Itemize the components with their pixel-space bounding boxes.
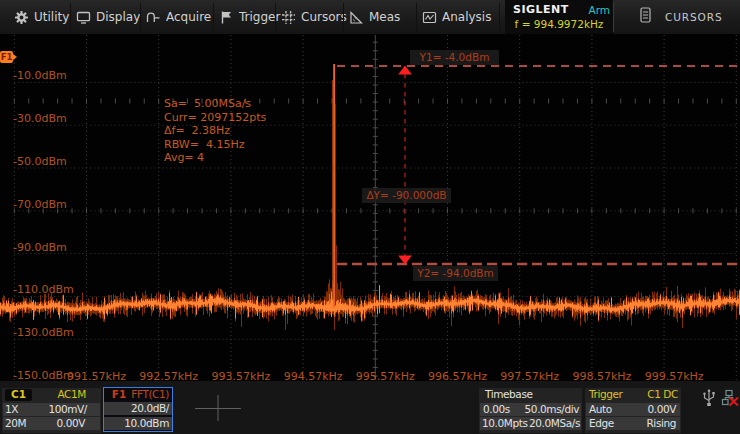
- cursor-y2-readout[interactable]: Y2= -94.0dBm: [413, 266, 498, 281]
- menu-separator: [499, 3, 500, 31]
- flag-icon: [219, 10, 234, 25]
- usb-icon: [703, 390, 714, 407]
- menu-item-label: Cursors: [301, 10, 347, 24]
- channel1-offset: 0.00V: [56, 417, 85, 430]
- menu-item-cursors[interactable]: Cursors: [281, 0, 347, 34]
- menu-item-label: Display: [96, 10, 140, 24]
- active-panel-header[interactable]: CURSORS: [614, 0, 740, 34]
- y-axis-label: -110.0dBm: [13, 284, 74, 295]
- f1-reference-level: 10.0dBm: [124, 417, 169, 430]
- y-axis-label: -10.0dBm: [13, 70, 67, 81]
- timebase-sample-rate: 20.0MSa/s: [529, 417, 580, 430]
- f1-descriptor-box-selected[interactable]: F1 FFT(C1) 20.0dB/ 10.0dBm: [103, 387, 173, 432]
- menu-item-label: Analysis: [442, 10, 491, 24]
- menu-item-utility[interactable]: Utility: [14, 0, 69, 34]
- timebase-box[interactable]: Timebase 0.00s 50.0ms/div 10.0Mpts 20.0M…: [479, 388, 582, 433]
- acquisition-status: Arm: [588, 4, 610, 16]
- timebase-title: Timebase: [485, 388, 533, 401]
- acquire-icon: [146, 10, 161, 25]
- measure-icon: [349, 10, 364, 25]
- y-axis-label: -130.0dBm: [13, 327, 74, 338]
- menu-item-label: Meas: [369, 10, 400, 24]
- menu-separator: [343, 3, 344, 31]
- channel1-row: 1X 100mV/: [3, 403, 100, 416]
- fft-info-line: RBW= 4.15Hz: [164, 138, 266, 152]
- cursor-delta-readout: ΔY= -90.000dB: [362, 188, 451, 203]
- menu-bar: Utility Display Acquire: [0, 0, 740, 35]
- channel1-header: C1 AC1M: [2, 388, 101, 401]
- y-axis-label: -30.0dBm: [13, 113, 67, 124]
- f1-scale: 20.0dB/: [131, 402, 169, 415]
- menu-item-label: Acquire: [166, 10, 211, 24]
- f1-header: F1 FFT(C1): [104, 388, 172, 401]
- y-axis-label: -50.0dBm: [13, 156, 67, 167]
- display-icon: [76, 10, 91, 25]
- fft-info-line: Avg= 4: [164, 151, 266, 165]
- channel1-bandwidth: 20M: [5, 417, 26, 430]
- frequency-counter: f = 994.9972kHz: [505, 18, 613, 30]
- timebase-row: 10.0Mpts 20.0MSa/s: [480, 417, 581, 430]
- cursor-graphics: [337, 66, 740, 265]
- menu-item-label: Utility: [34, 10, 69, 24]
- menu-separator: [140, 3, 141, 31]
- cursor-y1-readout[interactable]: Y1= -4.0dBm: [410, 50, 499, 65]
- status-icons: [702, 389, 740, 407]
- fft-info-line: Curr= 2097152pts: [164, 111, 266, 125]
- trigger-type: Edge: [589, 417, 614, 430]
- f1-row: 20.0dB/: [104, 402, 172, 415]
- timebase-row: 0.00s 50.0ms/div: [480, 403, 581, 416]
- menu-item-display[interactable]: Display: [76, 0, 140, 34]
- active-panel-title: CURSORS: [665, 11, 723, 23]
- channel1-probe: 1X: [5, 403, 18, 416]
- timebase-memory-depth: 10.0Mpts: [482, 417, 528, 430]
- channel1-row: 20M 0.00V: [3, 417, 100, 430]
- menu-item-meas[interactable]: Meas: [349, 0, 400, 34]
- lan-error-icon: [723, 391, 739, 406]
- panel-handle-icon: [640, 7, 651, 27]
- timebase-header: Timebase: [479, 388, 582, 401]
- trigger-slope: Rising: [646, 417, 676, 430]
- oscilloscope-screen: Utility Display Acquire: [0, 0, 740, 434]
- cursors-icon: [281, 10, 296, 25]
- y-axis-label: -70.0dBm: [13, 199, 67, 210]
- trigger-mode: Auto: [589, 403, 612, 416]
- brand-logo: SIGLENT: [513, 3, 569, 16]
- channel1-vdiv: 100mV/: [48, 403, 87, 416]
- spectrum-chart: [0, 34, 740, 381]
- y-axis-label: -90.0dBm: [13, 242, 67, 253]
- logo-block: SIGLENT Arm f = 994.9972kHz: [505, 0, 613, 34]
- f1-row: 10.0dBm: [104, 417, 172, 430]
- channel1-coupling: AC1M: [58, 388, 86, 401]
- analysis-icon: [422, 10, 437, 25]
- menu-separator: [70, 3, 71, 31]
- fft-info-line: Sa= 5.00MSa/s: [164, 97, 266, 111]
- channel1-name-badge: C1: [5, 389, 32, 401]
- trigger-header: Trigger C1 DC: [585, 388, 681, 401]
- trigger-source: C1 DC: [647, 388, 678, 401]
- channel1-descriptor-box[interactable]: C1 AC1M 1X 100mV/ 20M 0.00V: [2, 388, 101, 433]
- f1-name-badge: F1: [107, 389, 131, 401]
- timebase-delay: 0.00s: [483, 403, 510, 416]
- fft-info-line: Δf= 2.38Hz: [164, 124, 266, 138]
- fft-info-readout: Sa= 5.00MSa/sCurr= 2097152ptsΔf= 2.38HzR…: [164, 97, 266, 165]
- timebase-scale: 50.0ms/div: [525, 403, 579, 416]
- f1-source: FFT(C1): [131, 388, 169, 401]
- f1-trace-position-badge[interactable]: F1: [0, 51, 13, 63]
- trigger-box[interactable]: Trigger C1 DC Auto 0.00V Edge Rising: [585, 388, 681, 433]
- trigger-title: Trigger: [589, 388, 622, 401]
- menu-item-acquire[interactable]: Acquire: [146, 0, 211, 34]
- trigger-row: Edge Rising: [586, 417, 680, 430]
- menu-item-trigger[interactable]: Trigger: [219, 0, 280, 34]
- menu-separator: [275, 3, 276, 31]
- status-bar: C1 AC1M 1X 100mV/ 20M 0.00V F1 FFT(C1) 2…: [0, 381, 740, 434]
- trigger-row: Auto 0.00V: [586, 403, 680, 416]
- trigger-level: 0.00V: [647, 403, 676, 416]
- graticule: [14, 35, 737, 380]
- menu-separator: [416, 3, 417, 31]
- menu-item-analysis[interactable]: Analysis: [422, 0, 491, 34]
- menu-separator: [213, 3, 214, 31]
- pointer-cross-icon: [195, 388, 243, 422]
- waveform-plot-area[interactable]: -10.0dBm-30.0dBm-50.0dBm-70.0dBm-90.0dBm…: [0, 34, 740, 381]
- gear-icon: [14, 10, 29, 25]
